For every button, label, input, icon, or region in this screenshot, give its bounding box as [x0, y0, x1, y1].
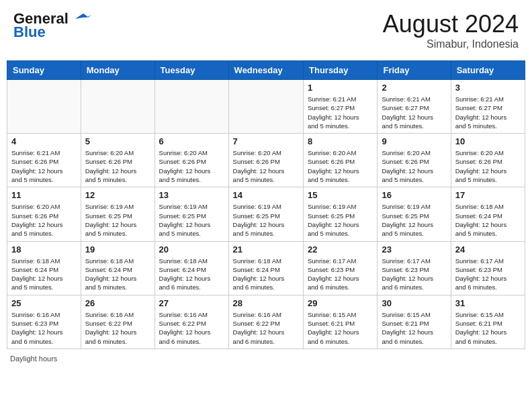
calendar-cell: 2Sunrise: 6:21 AM Sunset: 6:27 PM Daylig… — [378, 80, 451, 134]
calendar-cell: 7Sunrise: 6:20 AM Sunset: 6:26 PM Daylig… — [228, 134, 303, 187]
calendar-cell: 26Sunrise: 6:16 AM Sunset: 6:22 PM Dayli… — [81, 295, 154, 349]
day-number: 27 — [159, 298, 224, 308]
day-number: 18 — [11, 244, 77, 255]
calendar-cell: 1Sunrise: 6:21 AM Sunset: 6:27 PM Daylig… — [304, 80, 378, 134]
day-info: Sunrise: 6:20 AM Sunset: 6:26 PM Dayligh… — [11, 202, 77, 238]
day-number: 23 — [382, 244, 446, 255]
calendar-cell: 8Sunrise: 6:20 AM Sunset: 6:26 PM Daylig… — [304, 134, 378, 187]
day-number: 2 — [382, 83, 446, 93]
day-info: Sunrise: 6:21 AM Sunset: 6:26 PM Dayligh… — [11, 148, 77, 184]
day-info: Sunrise: 6:17 AM Sunset: 6:23 PM Dayligh… — [455, 257, 521, 292]
day-number: 1 — [308, 83, 373, 93]
column-header-sunday: Sunday — [7, 61, 81, 80]
day-number: 20 — [159, 244, 224, 255]
day-number: 5 — [85, 136, 150, 146]
calendar-cell: 19Sunrise: 6:18 AM Sunset: 6:24 PM Dayli… — [81, 241, 154, 295]
calendar-week-5: 25Sunrise: 6:16 AM Sunset: 6:23 PM Dayli… — [7, 295, 525, 349]
calendar-cell — [228, 80, 303, 134]
day-info: Sunrise: 6:18 AM Sunset: 6:24 PM Dayligh… — [85, 257, 150, 292]
logo-bird-icon — [70, 12, 91, 26]
calendar-cell: 18Sunrise: 6:18 AM Sunset: 6:24 PM Dayli… — [7, 241, 81, 295]
calendar-cell: 13Sunrise: 6:19 AM Sunset: 6:25 PM Dayli… — [154, 187, 228, 241]
calendar-week-1: 1Sunrise: 6:21 AM Sunset: 6:27 PM Daylig… — [7, 80, 525, 134]
logo-blue-text: Blue — [13, 24, 46, 41]
day-number: 4 — [11, 136, 77, 146]
day-number: 7 — [233, 136, 299, 146]
calendar-cell: 21Sunrise: 6:18 AM Sunset: 6:24 PM Dayli… — [228, 241, 303, 295]
day-info: Sunrise: 6:18 AM Sunset: 6:24 PM Dayligh… — [233, 257, 299, 292]
day-info: Sunrise: 6:20 AM Sunset: 6:26 PM Dayligh… — [233, 148, 299, 184]
day-info: Sunrise: 6:21 AM Sunset: 6:27 PM Dayligh… — [308, 95, 373, 130]
location-subtitle: Simabur, Indonesia — [383, 38, 519, 50]
calendar-cell: 31Sunrise: 6:15 AM Sunset: 6:21 PM Dayli… — [451, 295, 525, 349]
calendar-cell: 20Sunrise: 6:18 AM Sunset: 6:24 PM Dayli… — [154, 241, 228, 295]
calendar-cell: 17Sunrise: 6:18 AM Sunset: 6:24 PM Dayli… — [451, 187, 525, 241]
calendar-cell: 22Sunrise: 6:17 AM Sunset: 6:23 PM Dayli… — [304, 241, 378, 295]
calendar-week-4: 18Sunrise: 6:18 AM Sunset: 6:24 PM Dayli… — [7, 241, 525, 295]
day-info: Sunrise: 6:18 AM Sunset: 6:24 PM Dayligh… — [159, 257, 224, 292]
day-info: Sunrise: 6:15 AM Sunset: 6:21 PM Dayligh… — [455, 310, 521, 346]
logo: General Blue — [13, 10, 91, 41]
day-info: Sunrise: 6:18 AM Sunset: 6:24 PM Dayligh… — [455, 202, 521, 238]
calendar-week-2: 4Sunrise: 6:21 AM Sunset: 6:26 PM Daylig… — [7, 134, 525, 187]
title-block: August 2024 Simabur, Indonesia — [383, 10, 519, 50]
day-info: Sunrise: 6:16 AM Sunset: 6:22 PM Dayligh… — [233, 310, 299, 346]
calendar-header-row: SundayMondayTuesdayWednesdayThursdayFrid… — [7, 61, 525, 80]
day-info: Sunrise: 6:19 AM Sunset: 6:25 PM Dayligh… — [85, 202, 150, 238]
calendar-cell: 9Sunrise: 6:20 AM Sunset: 6:26 PM Daylig… — [378, 134, 451, 187]
calendar-cell: 11Sunrise: 6:20 AM Sunset: 6:26 PM Dayli… — [7, 187, 81, 241]
day-number: 13 — [159, 190, 224, 200]
day-number: 9 — [382, 136, 446, 146]
day-number: 14 — [233, 190, 299, 200]
day-info: Sunrise: 6:16 AM Sunset: 6:22 PM Dayligh… — [85, 310, 150, 346]
calendar-cell — [7, 80, 81, 134]
day-number: 25 — [11, 298, 77, 308]
day-info: Sunrise: 6:21 AM Sunset: 6:27 PM Dayligh… — [455, 95, 521, 130]
calendar-cell: 30Sunrise: 6:15 AM Sunset: 6:21 PM Dayli… — [378, 295, 451, 349]
day-info: Sunrise: 6:21 AM Sunset: 6:27 PM Dayligh… — [382, 95, 446, 130]
page-header: General Blue August 2024 Simabur, Indone… — [7, 7, 525, 54]
day-number: 17 — [455, 190, 521, 200]
day-info: Sunrise: 6:20 AM Sunset: 6:26 PM Dayligh… — [85, 148, 150, 184]
calendar-cell: 5Sunrise: 6:20 AM Sunset: 6:26 PM Daylig… — [81, 134, 154, 187]
column-header-monday: Monday — [81, 61, 154, 80]
day-info: Sunrise: 6:16 AM Sunset: 6:23 PM Dayligh… — [11, 310, 77, 346]
day-number: 21 — [233, 244, 299, 255]
day-info: Sunrise: 6:18 AM Sunset: 6:24 PM Dayligh… — [11, 257, 77, 292]
day-number: 12 — [85, 190, 150, 200]
day-info: Sunrise: 6:20 AM Sunset: 6:26 PM Dayligh… — [159, 148, 224, 184]
calendar-cell: 28Sunrise: 6:16 AM Sunset: 6:22 PM Dayli… — [228, 295, 303, 349]
day-number: 6 — [159, 136, 224, 146]
day-number: 26 — [85, 298, 150, 308]
day-info: Sunrise: 6:17 AM Sunset: 6:23 PM Dayligh… — [382, 257, 446, 292]
calendar-cell: 29Sunrise: 6:15 AM Sunset: 6:21 PM Dayli… — [304, 295, 378, 349]
day-info: Sunrise: 6:16 AM Sunset: 6:22 PM Dayligh… — [159, 310, 224, 346]
calendar-cell: 23Sunrise: 6:17 AM Sunset: 6:23 PM Dayli… — [378, 241, 451, 295]
day-number: 16 — [382, 190, 446, 200]
calendar-cell: 6Sunrise: 6:20 AM Sunset: 6:26 PM Daylig… — [154, 134, 228, 187]
daylight-label: Daylight hours — [10, 355, 57, 363]
day-info: Sunrise: 6:15 AM Sunset: 6:21 PM Dayligh… — [382, 310, 446, 346]
calendar-table: SundayMondayTuesdayWednesdayThursdayFrid… — [7, 60, 525, 349]
day-number: 3 — [455, 83, 521, 93]
day-info: Sunrise: 6:19 AM Sunset: 6:25 PM Dayligh… — [308, 202, 373, 238]
column-header-tuesday: Tuesday — [154, 61, 228, 80]
calendar-cell: 10Sunrise: 6:20 AM Sunset: 6:26 PM Dayli… — [451, 134, 525, 187]
calendar-cell: 16Sunrise: 6:19 AM Sunset: 6:25 PM Dayli… — [378, 187, 451, 241]
column-header-thursday: Thursday — [304, 61, 378, 80]
day-info: Sunrise: 6:17 AM Sunset: 6:23 PM Dayligh… — [308, 257, 373, 292]
day-number: 10 — [455, 136, 521, 146]
day-number: 8 — [308, 136, 373, 146]
day-number: 28 — [233, 298, 299, 308]
svg-marker-0 — [75, 13, 89, 19]
day-info: Sunrise: 6:15 AM Sunset: 6:21 PM Dayligh… — [308, 310, 373, 346]
day-number: 11 — [11, 190, 77, 200]
day-info: Sunrise: 6:19 AM Sunset: 6:25 PM Dayligh… — [382, 202, 446, 238]
calendar-week-3: 11Sunrise: 6:20 AM Sunset: 6:26 PM Dayli… — [7, 187, 525, 241]
day-info: Sunrise: 6:20 AM Sunset: 6:26 PM Dayligh… — [382, 148, 446, 184]
footer-note: Daylight hours — [7, 355, 525, 363]
day-number: 29 — [308, 298, 373, 308]
calendar-cell: 14Sunrise: 6:19 AM Sunset: 6:25 PM Dayli… — [228, 187, 303, 241]
day-number: 15 — [308, 190, 373, 200]
day-info: Sunrise: 6:20 AM Sunset: 6:26 PM Dayligh… — [308, 148, 373, 184]
